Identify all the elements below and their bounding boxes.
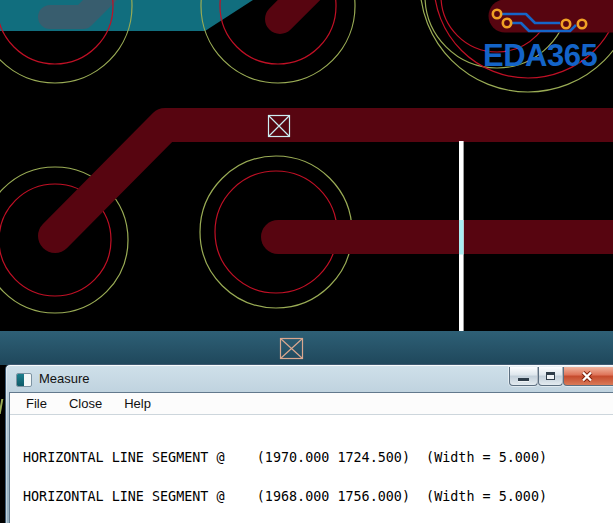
minimize-button[interactable]	[509, 367, 538, 386]
close-button[interactable]	[563, 367, 613, 386]
menu-help[interactable]: Help	[117, 394, 158, 413]
teal-plane-bottom	[0, 331, 613, 365]
console-line: HORIZONTAL LINE SEGMENT @ (1970.000 1724…	[23, 451, 613, 464]
keepout-arc-fragment	[0, 399, 3, 414]
maximize-button[interactable]	[538, 367, 563, 386]
measure-console: HORIZONTAL LINE SEGMENT @ (1970.000 1724…	[10, 415, 613, 523]
measure-window: Measure File Close Help HORIZONTAL L	[5, 364, 613, 523]
logo-text: EDA365	[483, 38, 597, 73]
menubar: File Close Help	[10, 393, 613, 415]
minimize-icon	[518, 378, 529, 381]
maximize-icon	[546, 372, 555, 380]
app-icon	[16, 373, 32, 387]
console-line: HORIZONTAL LINE SEGMENT @ (1968.000 1756…	[23, 490, 613, 503]
window-body: File Close Help HORIZONTAL LINE SEGMENT …	[9, 392, 613, 523]
measure-overlap-segment	[459, 220, 464, 255]
screen: EDA365 Measure File Close	[0, 0, 613, 523]
pcb-canvas[interactable]: EDA365	[0, 0, 613, 365]
window-title: Measure	[39, 371, 90, 386]
titlebar[interactable]: Measure	[6, 365, 613, 392]
menu-close[interactable]: Close	[62, 394, 109, 413]
close-icon	[581, 371, 593, 382]
menu-file[interactable]: File	[19, 394, 54, 413]
